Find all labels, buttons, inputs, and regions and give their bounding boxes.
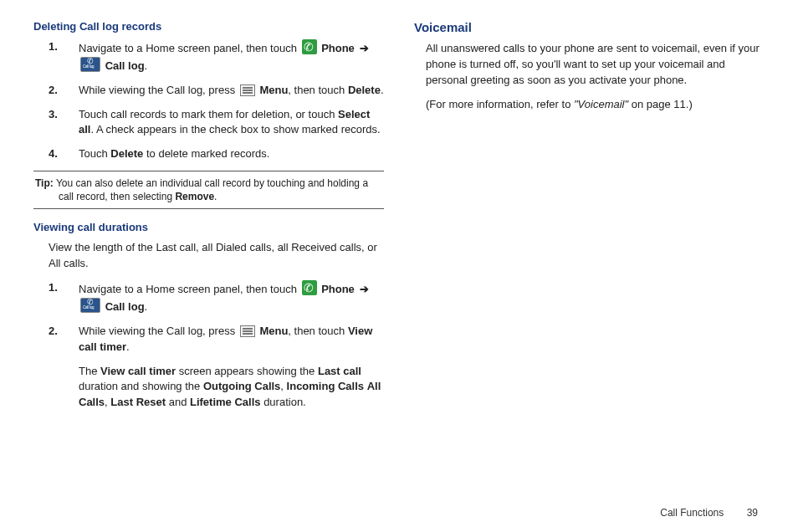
calllog-icon — [80, 57, 100, 72]
ref-title: "Voicemail" — [574, 98, 628, 110]
footer-page-number: 39 — [747, 507, 758, 519]
para-text: , — [280, 380, 286, 392]
tip-text: . — [214, 191, 217, 202]
para-text: screen appears showing the — [176, 365, 318, 377]
voicemail-reference: (For more information, refer to "Voicema… — [426, 97, 765, 113]
tip-box: Tip: You can also delete an individual c… — [33, 171, 384, 209]
right-column: Voicemail All unanswered calls to your p… — [414, 20, 765, 419]
step-text: While viewing the Call log, press — [79, 84, 238, 96]
step-item: Touch call records to mark them for dele… — [49, 107, 384, 139]
delete-label: Delete — [110, 147, 143, 160]
voicemail-paragraph: All unanswered calls to your phone are s… — [426, 41, 765, 89]
step-text: Touch — [79, 147, 110, 160]
step-text: . — [145, 59, 148, 72]
steps-deleting: Navigate to a Home screen panel, then to… — [49, 39, 384, 162]
para-text: and — [166, 396, 190, 408]
page-footer: Call Functions 39 — [660, 507, 758, 519]
step-text: . — [126, 340, 130, 353]
result-paragraph: The View call timer screen appears showi… — [79, 364, 384, 412]
calllog-icon — [80, 298, 100, 313]
step-text: Navigate to a Home screen panel, then to… — [79, 283, 300, 295]
incoming-label: Incoming Calls — [287, 380, 364, 392]
intro-text: View the length of the Last call, all Di… — [49, 240, 384, 272]
phone-icon — [302, 280, 317, 295]
phone-label: Phone — [321, 283, 355, 295]
para-text: duration. — [261, 396, 306, 408]
delete-label: Delete — [348, 84, 381, 96]
menu-label: Menu — [259, 325, 288, 337]
step-text: Navigate to a Home screen panel, then to… — [79, 42, 300, 54]
calllog-label: Call log — [105, 59, 145, 72]
heading-viewing-durations: Viewing call durations — [33, 221, 384, 233]
step-text: , then touch — [288, 84, 348, 96]
steps-durations: Navigate to a Home screen panel, then to… — [49, 280, 384, 355]
menu-icon — [240, 325, 255, 337]
outgoing-label: Outgoing Calls — [203, 380, 280, 392]
phone-icon — [302, 39, 317, 54]
step-text: Touch call records to mark them for dele… — [79, 108, 338, 120]
step-item: Touch Delete to delete marked records. — [49, 146, 384, 162]
para-text: duration and showing the — [79, 380, 203, 392]
lifetime-label: Lifetime Calls — [190, 396, 261, 408]
menu-label: Menu — [259, 84, 288, 96]
calllog-label: Call log — [105, 300, 145, 313]
ref-text: (For more information, refer to — [426, 98, 574, 110]
step-text: . A check appears in the check box to sh… — [90, 123, 380, 136]
heading-voicemail: Voicemail — [414, 20, 765, 34]
footer-section: Call Functions — [660, 507, 724, 519]
left-column: Deleting Call log records Navigate to a … — [33, 20, 384, 419]
step-text: While viewing the Call log, press — [79, 325, 238, 337]
step-item: Navigate to a Home screen panel, then to… — [49, 39, 384, 74]
ref-text: on page 11.) — [628, 98, 693, 110]
menu-icon — [240, 84, 255, 96]
remove-label: Remove — [175, 191, 214, 202]
lastreset-label: Last Reset — [110, 396, 166, 408]
para-text: The — [79, 365, 100, 377]
phone-label: Phone — [321, 42, 355, 54]
document-page: Deleting Call log records Navigate to a … — [33, 20, 765, 419]
step-text: to delete marked records. — [143, 147, 269, 160]
arrow-icon: ➔ — [360, 283, 369, 295]
view-call-timer-label: View call timer — [100, 365, 176, 377]
arrow-icon: ➔ — [360, 42, 369, 54]
step-item: Navigate to a Home screen panel, then to… — [49, 280, 384, 315]
step-text: . — [145, 300, 148, 313]
step-item: While viewing the Call log, press Menu, … — [49, 83, 384, 99]
last-call-label: Last call — [318, 365, 361, 377]
step-text: . — [381, 84, 384, 96]
tip-label: Tip: — [35, 177, 54, 189]
heading-deleting-call-log: Deleting Call log records — [33, 20, 384, 33]
step-text: , then touch — [288, 325, 348, 337]
step-item: While viewing the Call log, press Menu, … — [49, 324, 384, 356]
